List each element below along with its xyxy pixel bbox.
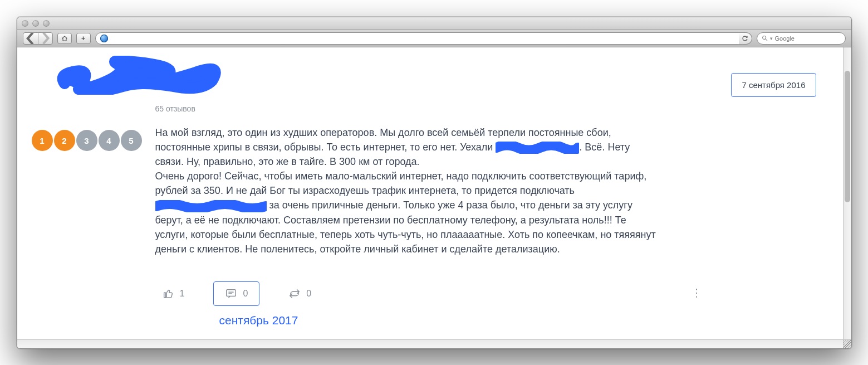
back-button[interactable] bbox=[23, 33, 38, 44]
comment-button[interactable]: 0 bbox=[213, 281, 259, 306]
review-main: 65 отзывов На мой взгляд, это один из ху… bbox=[155, 63, 720, 327]
vertical-scrollbar[interactable] bbox=[843, 47, 851, 339]
review-text-p2a: Очень дорого! Сейчас, чтобы иметь мало-м… bbox=[155, 171, 650, 196]
chevron-left-icon bbox=[23, 32, 38, 45]
browser-search[interactable]: ▾ Google bbox=[757, 32, 846, 45]
window-resize-handle[interactable] bbox=[843, 339, 851, 348]
review-text: На мой взгляд, это один из худших операт… bbox=[155, 125, 656, 256]
nav-segment bbox=[23, 32, 53, 45]
rating-ball-3: 3 bbox=[76, 130, 97, 151]
redacted-service bbox=[155, 200, 267, 212]
like-button[interactable]: 1 bbox=[155, 283, 192, 304]
browser-window: + ▾ Google 1 2 3 bbox=[17, 17, 852, 349]
share-count: 0 bbox=[306, 289, 311, 299]
browser-toolbar: + ▾ Google bbox=[17, 30, 851, 47]
window-close-dot[interactable] bbox=[22, 20, 28, 27]
rating-ball-5: 5 bbox=[121, 130, 142, 151]
more-menu[interactable]: ⋯ bbox=[690, 288, 704, 300]
reload-icon bbox=[742, 35, 748, 42]
comment-count: 0 bbox=[243, 289, 248, 299]
page-viewport: 1 2 3 4 5 65 отзывов На мой взгляд, это … bbox=[17, 47, 851, 348]
review-card: 1 2 3 4 5 65 отзывов На мой взгляд, это … bbox=[17, 47, 843, 338]
like-count: 1 bbox=[180, 289, 185, 299]
home-button[interactable] bbox=[57, 33, 72, 44]
redacted-location bbox=[496, 142, 579, 154]
window-zoom-dot[interactable] bbox=[43, 20, 50, 27]
share-button[interactable]: 0 bbox=[282, 283, 318, 304]
footnote-date: сентябрь 2017 bbox=[219, 314, 720, 327]
author-review-count: 65 отзывов bbox=[155, 104, 720, 113]
scrollbar-thumb[interactable] bbox=[845, 71, 850, 202]
chevron-right-icon bbox=[38, 32, 52, 45]
forward-button[interactable] bbox=[38, 33, 52, 44]
reload-button[interactable] bbox=[739, 32, 752, 45]
svg-rect-1 bbox=[227, 290, 236, 296]
home-icon bbox=[61, 35, 68, 42]
thumbs-up-icon bbox=[162, 288, 174, 300]
comment-icon bbox=[225, 288, 237, 300]
search-dropdown-icon: ▾ bbox=[770, 36, 773, 41]
url-bar[interactable] bbox=[95, 32, 749, 45]
add-tab-button[interactable]: + bbox=[76, 33, 91, 44]
window-titlebar bbox=[17, 17, 851, 30]
review-date-badge: 7 сентября 2016 bbox=[731, 73, 816, 97]
rating-balls: 1 2 3 4 5 bbox=[32, 130, 144, 151]
search-icon bbox=[762, 35, 768, 41]
rating-ball-2: 2 bbox=[54, 130, 75, 151]
svg-point-0 bbox=[762, 36, 766, 40]
rating-ball-1: 1 bbox=[32, 130, 53, 151]
rating-ball-4: 4 bbox=[99, 130, 120, 151]
review-actions: 1 0 0 ⋯ bbox=[155, 281, 720, 306]
share-icon bbox=[288, 288, 301, 300]
window-minimize-dot[interactable] bbox=[32, 20, 39, 27]
horizontal-scrollbar[interactable] bbox=[17, 339, 843, 348]
search-placeholder: Google bbox=[775, 35, 795, 42]
redacted-author bbox=[56, 56, 223, 95]
globe-icon bbox=[100, 35, 108, 42]
